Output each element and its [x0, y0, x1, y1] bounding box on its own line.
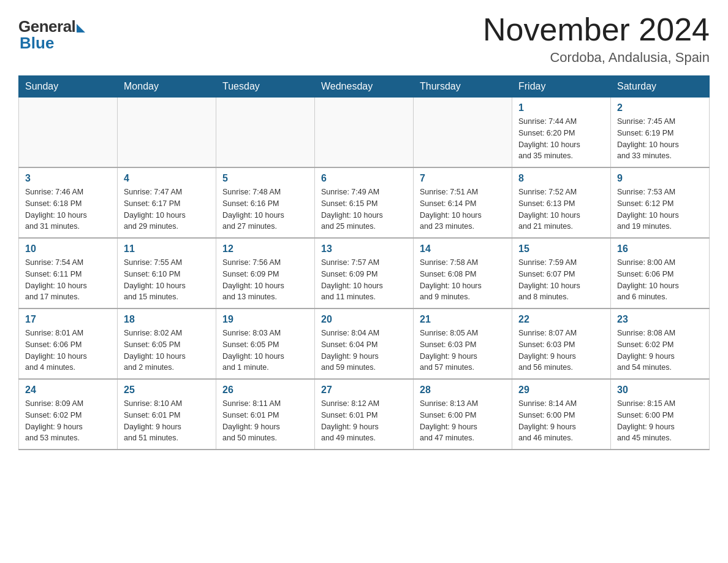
logo: General Blue: [18, 12, 85, 53]
day-info: Sunrise: 8:11 AMSunset: 6:01 PMDaylight:…: [222, 398, 308, 444]
day-number: 3: [25, 173, 111, 184]
day-info: Sunrise: 8:08 AMSunset: 6:02 PMDaylight:…: [617, 327, 703, 373]
day-info: Sunrise: 7:51 AMSunset: 6:14 PMDaylight:…: [420, 186, 506, 232]
day-number: 1: [518, 102, 604, 113]
day-info: Sunrise: 8:09 AMSunset: 6:02 PMDaylight:…: [25, 398, 111, 444]
day-number: 15: [518, 243, 604, 255]
day-info: Sunrise: 8:13 AMSunset: 6:00 PMDaylight:…: [420, 398, 506, 444]
day-info: Sunrise: 7:54 AMSunset: 6:11 PMDaylight:…: [25, 257, 111, 303]
weekday-header-thursday: Thursday: [414, 76, 512, 98]
day-number: 11: [124, 243, 210, 255]
day-info: Sunrise: 7:58 AMSunset: 6:08 PMDaylight:…: [420, 257, 506, 303]
day-info: Sunrise: 8:05 AMSunset: 6:03 PMDaylight:…: [420, 327, 506, 373]
day-number: 12: [222, 243, 308, 255]
calendar-body: 1Sunrise: 7:44 AMSunset: 6:20 PMDaylight…: [19, 98, 710, 450]
day-info: Sunrise: 7:46 AMSunset: 6:18 PMDaylight:…: [25, 186, 111, 232]
calendar-cell: 18Sunrise: 8:02 AMSunset: 6:05 PMDayligh…: [118, 308, 216, 379]
day-number: 25: [124, 385, 210, 396]
calendar-cell: 22Sunrise: 8:07 AMSunset: 6:03 PMDayligh…: [512, 308, 611, 379]
calendar-cell: 14Sunrise: 7:58 AMSunset: 6:08 PMDayligh…: [414, 238, 512, 308]
day-info: Sunrise: 8:14 AMSunset: 6:00 PMDaylight:…: [518, 398, 604, 444]
day-info: Sunrise: 8:02 AMSunset: 6:05 PMDaylight:…: [124, 327, 210, 373]
day-info: Sunrise: 8:00 AMSunset: 6:06 PMDaylight:…: [617, 257, 703, 303]
day-number: 13: [321, 243, 407, 255]
day-number: 22: [518, 314, 604, 325]
calendar-cell: 29Sunrise: 8:14 AMSunset: 6:00 PMDayligh…: [512, 379, 611, 450]
weekday-header-friday: Friday: [512, 76, 611, 98]
day-number: 24: [25, 385, 111, 396]
weekday-row: SundayMondayTuesdayWednesdayThursdayFrid…: [19, 76, 710, 98]
calendar-cell: 2Sunrise: 7:45 AMSunset: 6:19 PMDaylight…: [611, 98, 710, 168]
day-info: Sunrise: 7:52 AMSunset: 6:13 PMDaylight:…: [518, 186, 604, 232]
calendar-cell: 30Sunrise: 8:15 AMSunset: 6:00 PMDayligh…: [611, 379, 710, 450]
day-info: Sunrise: 8:10 AMSunset: 6:01 PMDaylight:…: [124, 398, 210, 444]
calendar-cell: 19Sunrise: 8:03 AMSunset: 6:05 PMDayligh…: [216, 308, 315, 379]
calendar-cell: [315, 98, 414, 168]
weekday-header-wednesday: Wednesday: [315, 76, 414, 98]
page-header: General Blue November 2024 Cordoba, Anda…: [18, 12, 710, 66]
day-info: Sunrise: 8:12 AMSunset: 6:01 PMDaylight:…: [321, 398, 407, 444]
calendar-cell: 1Sunrise: 7:44 AMSunset: 6:20 PMDaylight…: [512, 98, 611, 168]
day-number: 28: [420, 385, 506, 396]
calendar-cell: 24Sunrise: 8:09 AMSunset: 6:02 PMDayligh…: [19, 379, 118, 450]
calendar-week-2: 3Sunrise: 7:46 AMSunset: 6:18 PMDaylight…: [19, 167, 710, 238]
calendar-cell: [216, 98, 315, 168]
day-number: 8: [518, 173, 604, 184]
weekday-header-saturday: Saturday: [611, 76, 710, 98]
day-info: Sunrise: 8:07 AMSunset: 6:03 PMDaylight:…: [518, 327, 604, 373]
calendar-week-4: 17Sunrise: 8:01 AMSunset: 6:06 PMDayligh…: [19, 308, 710, 379]
day-number: 9: [617, 173, 703, 184]
calendar-cell: 28Sunrise: 8:13 AMSunset: 6:00 PMDayligh…: [414, 379, 512, 450]
day-info: Sunrise: 8:15 AMSunset: 6:00 PMDaylight:…: [617, 398, 703, 444]
calendar-cell: 11Sunrise: 7:55 AMSunset: 6:10 PMDayligh…: [118, 238, 216, 308]
day-info: Sunrise: 7:47 AMSunset: 6:17 PMDaylight:…: [124, 186, 210, 232]
day-info: Sunrise: 7:55 AMSunset: 6:10 PMDaylight:…: [124, 257, 210, 303]
day-info: Sunrise: 7:57 AMSunset: 6:09 PMDaylight:…: [321, 257, 407, 303]
day-info: Sunrise: 8:04 AMSunset: 6:04 PMDaylight:…: [321, 327, 407, 373]
calendar-week-3: 10Sunrise: 7:54 AMSunset: 6:11 PMDayligh…: [19, 238, 710, 308]
day-number: 20: [321, 314, 407, 325]
calendar-cell: 23Sunrise: 8:08 AMSunset: 6:02 PMDayligh…: [611, 308, 710, 379]
day-number: 4: [124, 173, 210, 184]
day-number: 30: [617, 385, 703, 396]
calendar-cell: 9Sunrise: 7:53 AMSunset: 6:12 PMDaylight…: [611, 167, 710, 238]
day-info: Sunrise: 8:01 AMSunset: 6:06 PMDaylight:…: [25, 327, 111, 373]
calendar-table: SundayMondayTuesdayWednesdayThursdayFrid…: [18, 75, 710, 450]
calendar-cell: [118, 98, 216, 168]
day-number: 5: [222, 173, 308, 184]
day-info: Sunrise: 8:03 AMSunset: 6:05 PMDaylight:…: [222, 327, 308, 373]
day-number: 27: [321, 385, 407, 396]
weekday-header-sunday: Sunday: [19, 76, 118, 98]
weekday-header-tuesday: Tuesday: [216, 76, 315, 98]
day-info: Sunrise: 7:45 AMSunset: 6:19 PMDaylight:…: [617, 116, 703, 162]
calendar-cell: 13Sunrise: 7:57 AMSunset: 6:09 PMDayligh…: [315, 238, 414, 308]
day-number: 23: [617, 314, 703, 325]
title-area: November 2024 Cordoba, Andalusia, Spain: [483, 12, 710, 66]
calendar-cell: 15Sunrise: 7:59 AMSunset: 6:07 PMDayligh…: [512, 238, 611, 308]
calendar-cell: 5Sunrise: 7:48 AMSunset: 6:16 PMDaylight…: [216, 167, 315, 238]
day-info: Sunrise: 7:49 AMSunset: 6:15 PMDaylight:…: [321, 186, 407, 232]
month-title: November 2024: [483, 12, 710, 47]
day-number: 21: [420, 314, 506, 325]
day-info: Sunrise: 7:59 AMSunset: 6:07 PMDaylight:…: [518, 257, 604, 303]
calendar-cell: 16Sunrise: 8:00 AMSunset: 6:06 PMDayligh…: [611, 238, 710, 308]
calendar-cell: 12Sunrise: 7:56 AMSunset: 6:09 PMDayligh…: [216, 238, 315, 308]
calendar-cell: 3Sunrise: 7:46 AMSunset: 6:18 PMDaylight…: [19, 167, 118, 238]
logo-arrow-icon: [77, 24, 85, 33]
day-info: Sunrise: 7:48 AMSunset: 6:16 PMDaylight:…: [222, 186, 308, 232]
day-info: Sunrise: 7:56 AMSunset: 6:09 PMDaylight:…: [222, 257, 308, 303]
calendar-cell: 26Sunrise: 8:11 AMSunset: 6:01 PMDayligh…: [216, 379, 315, 450]
calendar-cell: 25Sunrise: 8:10 AMSunset: 6:01 PMDayligh…: [118, 379, 216, 450]
calendar-cell: 21Sunrise: 8:05 AMSunset: 6:03 PMDayligh…: [414, 308, 512, 379]
logo-blue-text: Blue: [20, 34, 54, 53]
calendar-cell: 6Sunrise: 7:49 AMSunset: 6:15 PMDaylight…: [315, 167, 414, 238]
calendar-cell: 27Sunrise: 8:12 AMSunset: 6:01 PMDayligh…: [315, 379, 414, 450]
day-number: 26: [222, 385, 308, 396]
calendar-cell: [414, 98, 512, 168]
day-number: 6: [321, 173, 407, 184]
calendar-cell: 20Sunrise: 8:04 AMSunset: 6:04 PMDayligh…: [315, 308, 414, 379]
calendar-week-5: 24Sunrise: 8:09 AMSunset: 6:02 PMDayligh…: [19, 379, 710, 450]
day-info: Sunrise: 7:44 AMSunset: 6:20 PMDaylight:…: [518, 116, 604, 162]
calendar-cell: 4Sunrise: 7:47 AMSunset: 6:17 PMDaylight…: [118, 167, 216, 238]
calendar-cell: 8Sunrise: 7:52 AMSunset: 6:13 PMDaylight…: [512, 167, 611, 238]
